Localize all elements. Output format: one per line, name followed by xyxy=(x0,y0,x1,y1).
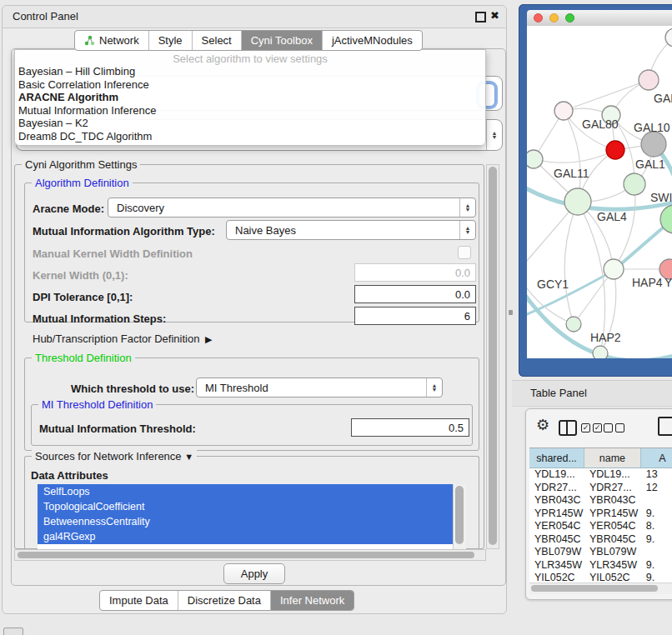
table-cell: YDL19... xyxy=(584,468,641,482)
table-row[interactable]: YBR043CYBR043C xyxy=(529,494,672,508)
tab-jactivemnodules[interactable]: jActiveMNodules xyxy=(322,31,422,50)
table-cell: YER054C xyxy=(529,520,584,533)
mi-steps-input[interactable]: 6 xyxy=(354,307,476,325)
select-all-icon[interactable]: ✓✓ xyxy=(581,423,602,432)
node-label-salmon: Y xyxy=(664,276,672,289)
attribute-list-item[interactable]: TopologicalCoefficient xyxy=(38,499,453,514)
algorithm-option[interactable]: Basic Correlation Inference xyxy=(15,78,485,92)
float-panel-icon[interactable] xyxy=(475,12,486,22)
attribute-list-item[interactable]: gal4RGexp xyxy=(38,529,453,544)
attribute-list-item[interactable]: BetweennessCentrality xyxy=(38,514,453,529)
network-node-GAL4[interactable] xyxy=(564,188,591,215)
algorithm-option[interactable]: Dream8 DC_TDC Algorithm xyxy=(15,130,485,143)
scrollbar-thumb[interactable] xyxy=(531,585,658,592)
split-view-icon[interactable] xyxy=(559,420,577,436)
mi-type-combo[interactable]: Naive Bayes ▲▼ xyxy=(226,220,476,240)
tab-network[interactable]: Network xyxy=(75,31,148,50)
export-table-icon[interactable] xyxy=(658,417,672,436)
network-window-titlebar[interactable] xyxy=(527,10,672,27)
network-node-SWI4[interactable] xyxy=(624,173,645,195)
table-row[interactable]: YDL19...YDL19...13 xyxy=(529,468,672,482)
attribute-list-scrollbar[interactable] xyxy=(453,484,466,549)
deselect-all-icon[interactable] xyxy=(604,423,624,432)
dpi-tolerance-input[interactable]: 0.0 xyxy=(354,285,476,303)
network-node-nbot[interactable] xyxy=(593,346,608,358)
table-panel-title: Table Panel xyxy=(530,387,587,399)
tab-select[interactable]: Select xyxy=(192,31,241,50)
network-graph: GALGAL80GAL10GAL1GAL11SWI4GAL4GCY1HAP4YH… xyxy=(527,26,672,358)
algorithm-option[interactable]: Bayesian – K2 xyxy=(15,117,485,130)
sources-group-title[interactable]: Sources for Network Inference ▼ xyxy=(32,450,197,462)
tab-discretize-data[interactable]: Discretize Data xyxy=(178,591,270,610)
scrollbar-thumb[interactable] xyxy=(455,486,464,544)
network-edge xyxy=(534,150,615,162)
mi-threshold-input[interactable]: 0.5 xyxy=(351,418,469,437)
settings-vertical-scrollbar[interactable] xyxy=(486,164,499,549)
mi-steps-label: Mutual Information Steps: xyxy=(33,312,166,325)
network-node-GAL11[interactable] xyxy=(527,150,543,168)
table-cell: 13 xyxy=(641,468,672,482)
settings-horizontal-scrollbar[interactable] xyxy=(14,549,486,561)
network-node-gray[interactable] xyxy=(641,132,666,157)
table-row[interactable]: YPR145WYPR145W9. xyxy=(529,508,672,521)
table-cell: 12 xyxy=(641,482,672,495)
gear-icon[interactable]: ⚙ xyxy=(536,418,549,432)
tab-style[interactable]: Style xyxy=(148,31,192,50)
data-attributes-list[interactable]: SelfLoopsTopologicalCoefficientBetweenne… xyxy=(38,484,466,549)
network-view-window[interactable]: GALGAL80GAL10GAL1GAL11SWI4GAL4GCY1HAP4YH… xyxy=(519,4,672,377)
table-column-header[interactable]: name xyxy=(584,448,641,468)
table-row[interactable]: YIL052CYIL052C9. xyxy=(529,572,672,583)
cyni-bottom-tabs: Impute Data Discretize Data Infer Networ… xyxy=(99,590,354,611)
algorithm-option[interactable]: ARACNE Algorithm xyxy=(15,91,485,104)
scrollbar-thumb[interactable] xyxy=(489,167,497,545)
network-canvas[interactable]: GALGAL80GAL10GAL1GAL11SWI4GAL4GCY1HAP4YH… xyxy=(527,26,672,358)
network-node-HAP4[interactable] xyxy=(604,259,624,279)
tab-infer-network[interactable]: Infer Network xyxy=(270,591,354,610)
manual-kernel-label: Manual Kernel Width Definition xyxy=(33,248,193,260)
node-label-SWI4: SWI4 xyxy=(650,191,672,204)
network-node-GAL1[interactable] xyxy=(606,141,624,159)
which-threshold-combo[interactable]: MI Threshold ▲▼ xyxy=(196,378,443,398)
manual-kernel-checkbox[interactable] xyxy=(458,246,471,259)
scrollbar-thumb[interactable] xyxy=(18,552,474,558)
algorithm-option[interactable]: Mutual Information Inference xyxy=(15,104,485,118)
network-icon xyxy=(84,35,95,46)
panel-splitter-grip[interactable] xyxy=(509,310,513,315)
node-label-GAL10: GAL10 xyxy=(634,121,670,134)
attribute-list-item[interactable]: SelfLoops xyxy=(38,484,453,499)
table-cell: 8. xyxy=(641,520,672,533)
node-label-HAP2: HAP2 xyxy=(590,331,621,344)
table-column-header[interactable]: shared... xyxy=(529,448,584,468)
mi-threshold-group-title: MI Threshold Definition xyxy=(38,398,156,411)
table-panel-titlebar[interactable]: Table Panel xyxy=(512,380,672,407)
tab-cyni-toolbox[interactable]: Cyni Toolbox xyxy=(241,31,322,50)
close-icon[interactable]: ✖ xyxy=(490,11,499,21)
aracne-mode-combo[interactable]: Discovery ▲▼ xyxy=(108,198,476,218)
table-row[interactable]: YBL079WYBL079W xyxy=(529,546,672,559)
mac-minimize-button[interactable] xyxy=(549,13,559,22)
kernel-width-input[interactable]: 0.0 xyxy=(354,263,476,282)
network-node-GAL80[interactable] xyxy=(554,102,573,120)
stepper-arrows-icon: ▲▼ xyxy=(486,120,502,150)
table-body: YDL19...YDL19...13YDR27...YDR27...12YBR0… xyxy=(529,468,672,583)
table-column-header[interactable]: A xyxy=(641,448,672,468)
control-panel-titlebar[interactable]: Control Panel ✖ xyxy=(3,6,506,28)
tab-impute-data[interactable]: Impute Data xyxy=(100,591,178,610)
table-horizontal-scrollbar[interactable] xyxy=(529,582,672,594)
table-row[interactable]: YBR045CYBR045C9. xyxy=(529,533,672,547)
algorithm-option[interactable]: Bayesian – Hill Climbing xyxy=(15,65,485,78)
table-row[interactable]: YDR27...YDR27...12 xyxy=(529,482,672,495)
mac-zoom-button[interactable] xyxy=(565,13,574,22)
network-node-HAP2[interactable] xyxy=(566,317,581,332)
hub-definition-toggle[interactable]: Hub/Transcription Factor Definition ▶ xyxy=(33,332,213,345)
network-node-ntop[interactable] xyxy=(665,28,672,47)
table-row[interactable]: YER054CYER054C8. xyxy=(529,520,672,533)
node-table: shared...nameA YDL19...YDL19...13YDR27..… xyxy=(529,448,672,583)
control-panel-title: Control Panel xyxy=(13,10,78,22)
mac-close-button[interactable] xyxy=(534,13,543,22)
collapsed-panel-button[interactable] xyxy=(3,628,23,635)
table-row[interactable]: YLR345WYLR345W9. xyxy=(529,559,672,572)
apply-button[interactable]: Apply xyxy=(223,563,285,584)
network-node-gal2[interactable] xyxy=(639,70,659,90)
table-cell: 9. xyxy=(641,572,672,583)
